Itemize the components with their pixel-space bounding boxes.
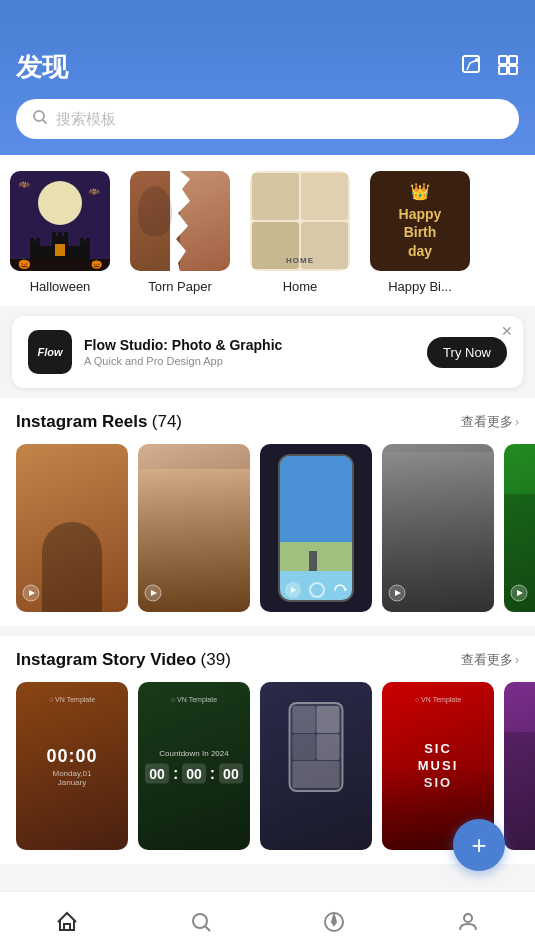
svg-marker-20 (170, 171, 190, 271)
reel-card-4[interactable] (382, 444, 494, 612)
pumpkin-icon: 🎃 (18, 258, 30, 269)
svg-rect-30 (64, 924, 70, 930)
edit-icon[interactable] (461, 54, 483, 82)
grid-icon[interactable] (497, 54, 519, 82)
category-thumb-torn (130, 171, 230, 271)
reels-cards-scroll (0, 444, 535, 612)
reel-card-3[interactable] (260, 444, 372, 612)
story-card-1[interactable]: ○ VN Template 00:00 Monday,01 January (16, 682, 128, 850)
ad-banner: ✕ Flow Flow Studio: Photo & Graphic A Qu… (12, 316, 523, 388)
svg-point-35 (464, 914, 472, 922)
ad-try-button[interactable]: Try Now (427, 337, 507, 368)
vn-badge-2: ○ VN Template (138, 688, 250, 706)
countdown-row: 00 : 00 : 00 (138, 764, 250, 784)
ad-close-button[interactable]: ✕ (501, 324, 513, 338)
crown-icon: 👑 (410, 182, 430, 201)
svg-rect-2 (499, 56, 507, 64)
category-item-halloween[interactable]: 🦇 🦇 🎃 🎃 Halloween (0, 171, 120, 294)
svg-rect-18 (86, 238, 90, 243)
countdown-minutes: 00 (182, 764, 206, 784)
search-icon (32, 109, 48, 129)
reel-play-icon-2 (144, 584, 162, 606)
svg-line-32 (205, 926, 210, 931)
phone-grid (289, 702, 344, 792)
story-card-3[interactable] (260, 682, 372, 850)
svg-rect-16 (64, 232, 68, 238)
story-bg-5 (504, 732, 535, 850)
bat-1: 🦇 (18, 179, 30, 190)
nav-home[interactable] (0, 892, 134, 951)
story-timer: 00:00 Monday,01 January (44, 746, 100, 787)
ad-subtitle: A Quick and Pro Design App (84, 355, 415, 367)
story-card-5[interactable] (504, 682, 535, 850)
colon-1: : (173, 765, 178, 783)
nav-profile[interactable] (401, 892, 535, 951)
nav-search[interactable] (134, 892, 268, 951)
play-btn (285, 582, 301, 598)
page-title: 发现 (16, 50, 68, 85)
category-scroll: 🦇 🦇 🎃 🎃 Halloween (0, 155, 535, 306)
countdown-title: Countdown In 2024 (138, 749, 250, 758)
header-top: 发现 (16, 50, 519, 85)
ad-logo: Flow (28, 330, 72, 374)
category-item-home[interactable]: HOME Home (240, 171, 360, 294)
svg-rect-17 (80, 238, 84, 243)
svg-marker-25 (291, 587, 296, 593)
home-cell-2 (301, 173, 348, 220)
instagram-story-section: Instagram Story Video (39) 查看更多 › ○ VN T… (0, 636, 535, 864)
countdown-hours: 00 (145, 764, 169, 784)
bottom-nav (0, 891, 535, 951)
rotate-btn (333, 583, 347, 597)
category-thumb-halloween: 🦇 🦇 🎃 🎃 (10, 171, 110, 271)
search-bar[interactable]: 搜索模板 (16, 99, 519, 139)
home-label-overlay: HOME (250, 256, 350, 265)
face-silhouette (138, 186, 172, 236)
category-item-torn[interactable]: Torn Paper (120, 171, 240, 294)
reels-more-button[interactable]: 查看更多 › (461, 413, 519, 431)
story-more-button[interactable]: 查看更多 › (461, 651, 519, 669)
category-label-home: Home (283, 279, 318, 294)
category-thumb-home: HOME (250, 171, 350, 271)
torn-edge (170, 171, 190, 271)
reel-play-icon (22, 584, 40, 606)
chevron-right-icon: › (515, 415, 519, 429)
reels-count: (74) (152, 412, 182, 431)
phone-mockup (278, 454, 354, 602)
header-actions (461, 54, 519, 82)
svg-point-31 (193, 914, 207, 928)
svg-rect-4 (499, 66, 507, 74)
colon-2: : (210, 765, 215, 783)
grid-cell-2 (317, 706, 340, 733)
reel-card-5[interactable] (504, 444, 535, 612)
category-label-torn: Torn Paper (148, 279, 212, 294)
story-cards-scroll: ○ VN Template 00:00 Monday,01 January ○ … (0, 682, 535, 850)
story-count: (39) (201, 650, 231, 669)
svg-rect-3 (509, 56, 517, 64)
reel-card-2[interactable] (138, 444, 250, 612)
category-label-halloween: Halloween (30, 279, 91, 294)
svg-rect-11 (80, 241, 90, 256)
nav-compass[interactable] (268, 892, 402, 951)
grid-cell-1 (293, 706, 316, 733)
svg-rect-14 (52, 232, 56, 238)
pumpkin-icon-2: 🎃 (91, 259, 102, 269)
search-placeholder: 搜索模板 (56, 110, 116, 129)
story-card-2[interactable]: ○ VN Template Countdown In 2024 00 : 00 … (138, 682, 250, 850)
rec-btn (309, 582, 325, 598)
grid-cell-4 (317, 734, 340, 761)
reels-section-header: Instagram Reels (74) 查看更多 › (0, 412, 535, 432)
reel-card-1[interactable] (16, 444, 128, 612)
phone-sky (280, 456, 352, 542)
story-title-group: Instagram Story Video (39) (16, 650, 231, 670)
category-item-birthday[interactable]: 👑 HappyBirthday Happy Bi... (360, 171, 480, 294)
svg-rect-12 (30, 238, 34, 243)
countdown-content: Countdown In 2024 00 : 00 : 00 (138, 749, 250, 784)
story-title: Instagram Story Video (16, 650, 196, 669)
chevron-right-icon-2: › (515, 653, 519, 667)
phone-controls (260, 582, 372, 598)
svg-rect-19 (55, 244, 65, 256)
svg-marker-34 (332, 915, 336, 925)
story-section-header: Instagram Story Video (39) 查看更多 › (0, 650, 535, 670)
phone-figure (309, 551, 317, 571)
fab-add-button[interactable]: + (453, 819, 505, 871)
